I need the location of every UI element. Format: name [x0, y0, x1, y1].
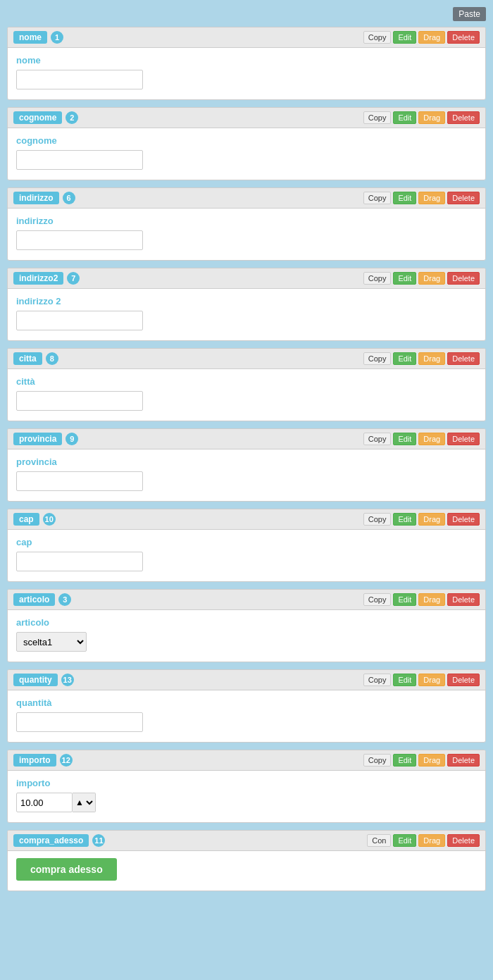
copy-button-citta[interactable]: Copy — [363, 352, 392, 365]
field-name-tag-citta: citta — [13, 352, 42, 365]
drag-button-indirizzo2[interactable]: Drag — [418, 272, 445, 285]
field-block-quantity: quantity13CopyEditDragDeletequantità — [7, 669, 486, 743]
drag-button-indirizzo[interactable]: Drag — [418, 192, 445, 204]
field-select-articolo[interactable]: scelta1 — [16, 632, 87, 652]
drag-button-importo[interactable]: Drag — [418, 754, 445, 767]
field-input-citta[interactable] — [16, 391, 143, 411]
delete-button-cognome[interactable]: Delete — [447, 111, 480, 124]
delete-button-articolo[interactable]: Delete — [447, 593, 480, 606]
field-body-cognome: cognome — [8, 128, 485, 180]
field-input-indirizzo[interactable] — [16, 230, 143, 250]
field-name-tag-cognome: cognome — [13, 111, 62, 124]
field-input-nome[interactable] — [16, 70, 143, 89]
delete-button-nome[interactable]: Delete — [447, 31, 480, 44]
field-badge-provincia: 9 — [65, 433, 78, 445]
delete-button-importo[interactable]: Delete — [447, 754, 480, 767]
copy-button-indirizzo2[interactable]: Copy — [363, 272, 392, 285]
field-label-indirizzo2: indirizzo 2 — [16, 296, 477, 306]
field-input-quantity[interactable] — [16, 712, 143, 732]
field-badge-compra_adesso: 11 — [92, 834, 105, 847]
field-label-articolo: articolo — [16, 617, 477, 628]
copy-button-cognome[interactable]: Copy — [363, 111, 392, 124]
copy-button-cap[interactable]: Copy — [363, 513, 392, 526]
copy-button-articolo[interactable]: Copy — [363, 593, 392, 606]
edit-button-citta[interactable]: Edit — [393, 352, 416, 365]
drag-button-quantity[interactable]: Drag — [418, 674, 445, 686]
edit-button-articolo[interactable]: Edit — [393, 593, 416, 606]
field-label-indirizzo: indirizzo — [16, 216, 477, 226]
field-header-cap: cap10CopyEditDragDelete — [8, 509, 485, 530]
delete-button-provincia[interactable]: Delete — [447, 433, 480, 445]
field-body-compra_adesso: compra adesso — [8, 851, 485, 891]
field-name-tag-importo: importo — [13, 754, 56, 767]
delete-button-quantity[interactable]: Delete — [447, 674, 480, 686]
field-block-indirizzo: indirizzo6CopyEditDragDeleteindirizzo — [7, 187, 486, 261]
edit-button-indirizzo2[interactable]: Edit — [393, 272, 416, 285]
copy-button-nome[interactable]: Copy — [363, 31, 392, 44]
field-name-tag-provincia: provincia — [13, 433, 62, 445]
field-header-nome: nome1CopyEditDragDelete — [8, 27, 485, 48]
paste-button[interactable]: Paste — [453, 7, 486, 21]
copy-button-importo[interactable]: Copy — [363, 754, 392, 767]
delete-button-indirizzo2[interactable]: Delete — [447, 272, 480, 285]
field-number-spinner-importo[interactable]: ▲▼ — [73, 793, 96, 812]
edit-button-nome[interactable]: Edit — [393, 31, 416, 44]
field-header-compra_adesso: compra_adesso11ConEditDragDelete — [8, 831, 485, 851]
delete-button-compra_adesso[interactable]: Delete — [447, 834, 480, 847]
edit-button-indirizzo[interactable]: Edit — [393, 192, 416, 204]
field-header-citta: citta8CopyEditDragDelete — [8, 349, 485, 369]
drag-button-compra_adesso[interactable]: Drag — [418, 834, 445, 847]
field-header-cognome: cognome2CopyEditDragDelete — [8, 108, 485, 128]
field-input-indirizzo2[interactable] — [16, 311, 143, 330]
field-input-provincia[interactable] — [16, 471, 143, 491]
edit-button-importo[interactable]: Edit — [393, 754, 416, 767]
edit-button-provincia[interactable]: Edit — [393, 433, 416, 445]
drag-button-nome[interactable]: Drag — [418, 31, 445, 44]
field-label-cognome: cognome — [16, 135, 477, 146]
field-header-articolo: articolo3CopyEditDragDelete — [8, 590, 485, 610]
delete-button-citta[interactable]: Delete — [447, 352, 480, 365]
field-name-tag-cap: cap — [13, 513, 39, 526]
field-body-importo: importo▲▼ — [8, 771, 485, 822]
field-badge-cognome: 2 — [65, 111, 78, 124]
edit-button-quantity[interactable]: Edit — [393, 674, 416, 686]
field-block-nome: nome1CopyEditDragDeletenome — [7, 27, 486, 100]
field-label-nome: nome — [16, 55, 477, 66]
delete-button-indirizzo[interactable]: Delete — [447, 192, 480, 204]
field-input-cap[interactable] — [16, 552, 143, 571]
edit-button-cap[interactable]: Edit — [393, 513, 416, 526]
field-name-tag-compra_adesso: compra_adesso — [13, 834, 89, 847]
field-input-cognome[interactable] — [16, 150, 143, 170]
field-body-nome: nome — [8, 48, 485, 99]
field-number-input-importo[interactable] — [16, 793, 73, 812]
field-label-provincia: provincia — [16, 457, 477, 467]
edit-button-compra_adesso[interactable]: Edit — [393, 834, 416, 847]
field-header-indirizzo: indirizzo6CopyEditDragDelete — [8, 188, 485, 209]
field-body-citta: città — [8, 369, 485, 421]
field-label-citta: città — [16, 376, 477, 387]
drag-button-articolo[interactable]: Drag — [418, 593, 445, 606]
copy-button-quantity[interactable]: Copy — [363, 674, 392, 686]
field-header-quantity: quantity13CopyEditDragDelete — [8, 670, 485, 690]
field-name-tag-quantity: quantity — [13, 674, 58, 686]
field-body-quantity: quantità — [8, 690, 485, 742]
field-label-importo: importo — [16, 778, 477, 788]
copy-button-provincia[interactable]: Copy — [363, 433, 392, 445]
field-block-importo: importo12CopyEditDragDeleteimporto▲▼ — [7, 750, 486, 823]
field-name-tag-indirizzo2: indirizzo2 — [13, 272, 63, 285]
field-header-importo: importo12CopyEditDragDelete — [8, 750, 485, 771]
compra-adesso-button[interactable]: compra adesso — [16, 858, 117, 881]
field-badge-articolo: 3 — [58, 593, 71, 606]
edit-button-cognome[interactable]: Edit — [393, 111, 416, 124]
field-name-tag-indirizzo: indirizzo — [13, 192, 59, 204]
drag-button-citta[interactable]: Drag — [418, 352, 445, 365]
delete-button-cap[interactable]: Delete — [447, 513, 480, 526]
field-badge-importo: 12 — [60, 754, 73, 767]
drag-button-cap[interactable]: Drag — [418, 513, 445, 526]
copy-button-compra_adesso[interactable]: Con — [367, 834, 391, 847]
field-block-compra_adesso: compra_adesso11ConEditDragDeletecompra a… — [7, 830, 486, 891]
copy-button-indirizzo[interactable]: Copy — [363, 192, 392, 204]
drag-button-provincia[interactable]: Drag — [418, 433, 445, 445]
field-header-provincia: provincia9CopyEditDragDelete — [8, 429, 485, 449]
drag-button-cognome[interactable]: Drag — [418, 111, 445, 124]
